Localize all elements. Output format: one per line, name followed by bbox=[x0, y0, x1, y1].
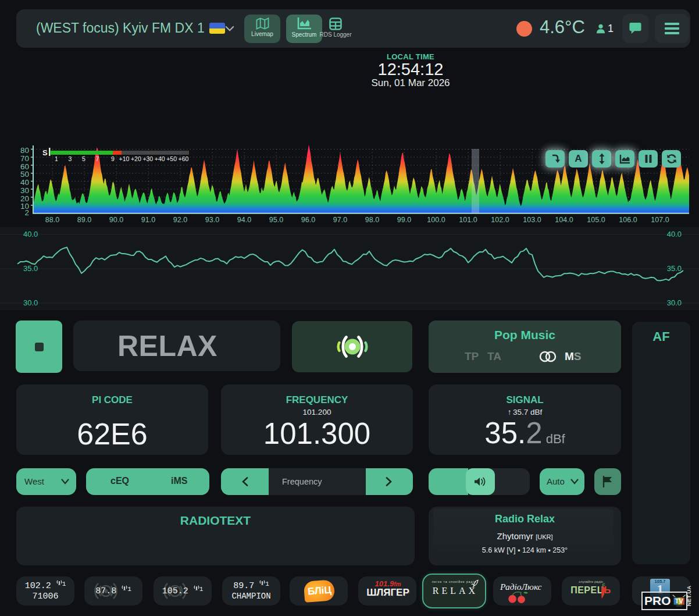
svg-text:+60: +60 bbox=[179, 155, 189, 162]
svg-text:+20: +20 bbox=[131, 155, 141, 162]
svg-text:88.0: 88.0 bbox=[45, 216, 59, 224]
svg-text:+50: +50 bbox=[166, 155, 177, 162]
svg-text:+40: +40 bbox=[155, 155, 165, 162]
svg-text:9: 9 bbox=[111, 155, 115, 162]
svg-text:40: 40 bbox=[20, 178, 29, 187]
svg-text:50: 50 bbox=[20, 170, 29, 179]
svg-text:107.0: 107.0 bbox=[651, 216, 669, 224]
svg-text:7: 7 bbox=[96, 155, 99, 162]
svg-text:+30: +30 bbox=[142, 155, 153, 162]
svg-text:TV: TV bbox=[675, 597, 683, 604]
svg-text:1: 1 bbox=[55, 155, 58, 162]
svg-text:91.0: 91.0 bbox=[141, 216, 155, 224]
svg-text:102.0: 102.0 bbox=[491, 216, 509, 224]
svg-text:35.0: 35.0 bbox=[23, 264, 38, 273]
svg-text:93.0: 93.0 bbox=[205, 216, 219, 224]
svg-text:5: 5 bbox=[82, 155, 85, 162]
svg-text:100.0: 100.0 bbox=[427, 216, 445, 224]
svg-text:80: 80 bbox=[20, 146, 29, 155]
svg-text:40.0: 40.0 bbox=[23, 230, 38, 238]
svg-text:104.0: 104.0 bbox=[555, 216, 573, 224]
svg-text:89.0: 89.0 bbox=[77, 216, 91, 224]
svg-text:106.0: 106.0 bbox=[619, 216, 637, 224]
svg-text:30.0: 30.0 bbox=[23, 298, 38, 307]
svg-text:35.0: 35.0 bbox=[667, 264, 682, 273]
svg-text:S: S bbox=[42, 148, 48, 157]
svg-text:96.0: 96.0 bbox=[301, 216, 315, 224]
svg-text:90.0: 90.0 bbox=[109, 216, 123, 224]
svg-text:+10: +10 bbox=[119, 155, 130, 162]
svg-text:94.0: 94.0 bbox=[237, 216, 251, 224]
svg-text:103.0: 103.0 bbox=[523, 216, 541, 224]
svg-text:97.0: 97.0 bbox=[333, 216, 347, 224]
svg-text:99.0: 99.0 bbox=[397, 216, 411, 224]
svg-text:30.0: 30.0 bbox=[667, 298, 682, 307]
svg-text:98.0: 98.0 bbox=[365, 216, 379, 224]
svg-text:105.0: 105.0 bbox=[587, 216, 605, 224]
svg-text:3: 3 bbox=[69, 155, 72, 162]
svg-text:92.0: 92.0 bbox=[173, 216, 187, 224]
svg-text:40.0: 40.0 bbox=[667, 230, 682, 238]
svg-text:95.0: 95.0 bbox=[269, 216, 283, 224]
svg-text:101.0: 101.0 bbox=[459, 216, 477, 224]
svg-text:2: 2 bbox=[24, 208, 29, 217]
